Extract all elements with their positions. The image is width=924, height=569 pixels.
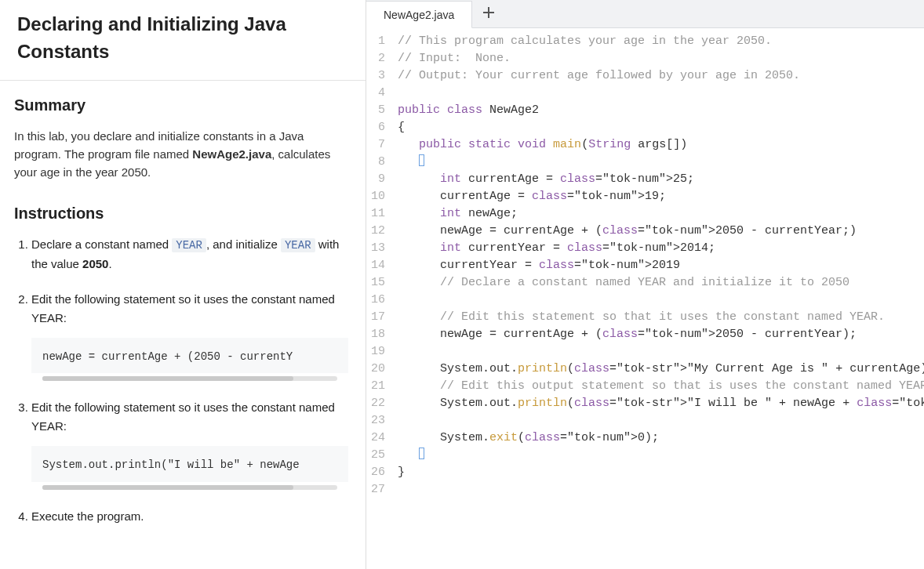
line-number: 11: [366, 205, 387, 223]
instructions-heading: Instructions: [14, 205, 348, 223]
line-number: 14: [366, 257, 387, 274]
code-line[interactable]: // Output: Your current age followed by …: [398, 67, 924, 85]
code-line[interactable]: [398, 85, 924, 102]
code-line[interactable]: [398, 412, 924, 429]
code-line[interactable]: newAge = currentAge + (class="tok-num">2…: [398, 223, 924, 240]
code-editor[interactable]: 1234567891011121314151617181920212223242…: [366, 28, 924, 569]
line-number: 6: [366, 119, 387, 136]
code-line[interactable]: [398, 292, 924, 309]
code-line[interactable]: int currentAge = class="tok-num">25;: [398, 171, 924, 188]
code-line[interactable]: newAge = currentAge + (class="tok-num">2…: [398, 326, 924, 343]
line-number: 27: [366, 481, 387, 498]
step2-text: Edit the following statement so it uses …: [31, 292, 335, 324]
step3-text: Edit the following statement so it uses …: [31, 400, 335, 432]
line-number: 9: [366, 171, 387, 188]
step1-text-d: .: [108, 257, 111, 270]
code-line[interactable]: [398, 343, 924, 361]
code-line[interactable]: // Input: None.: [398, 50, 924, 67]
line-number: 3: [366, 67, 387, 85]
line-number: 26: [366, 464, 387, 481]
code-line[interactable]: currentYear = class="tok-num">2019: [398, 257, 924, 274]
line-number: 7: [366, 136, 387, 154]
code-line[interactable]: public static void main(String args[]): [398, 136, 924, 154]
code-line[interactable]: [398, 447, 924, 464]
editor-panel: NewAge2.java 123456789101112131415161718…: [366, 0, 924, 569]
code-line[interactable]: // Declare a constant named YEAR and ini…: [398, 274, 924, 292]
line-number: 25: [366, 447, 387, 464]
line-number: 17: [366, 309, 387, 326]
code-line[interactable]: currentAge = class="tok-num">19;: [398, 188, 924, 205]
line-number: 8: [366, 154, 387, 171]
code-line[interactable]: int currentYear = class="tok-num">2014;: [398, 240, 924, 257]
step1-text-b: , and initialize: [206, 237, 281, 251]
summary-filename: NewAge2.java: [192, 147, 271, 161]
scrollbar-horizontal[interactable]: [42, 485, 337, 490]
line-number: 24: [366, 429, 387, 447]
code-line[interactable]: // This program calculates your age in t…: [398, 33, 924, 50]
page-title: Declaring and Initializing Java Constant…: [0, 0, 366, 81]
step1-text-a: Declare a constant named: [31, 237, 172, 251]
line-number: 23: [366, 412, 387, 429]
summary-paragraph: In this lab, you declare and initialize …: [14, 127, 348, 182]
line-number: 15: [366, 274, 387, 292]
line-number: 2: [366, 50, 387, 67]
code-line[interactable]: }: [398, 464, 924, 481]
line-number: 1: [366, 33, 387, 50]
plus-icon: [483, 7, 494, 20]
line-number: 18: [366, 326, 387, 343]
instructions-list: Declare a constant named YEAR, and initi…: [14, 235, 348, 525]
line-number: 22: [366, 395, 387, 412]
editor-tab-label: NewAge2.java: [384, 9, 454, 21]
code-line[interactable]: System.out.println(class="tok-str">"My C…: [398, 361, 924, 378]
code-line[interactable]: {: [398, 119, 924, 136]
line-number: 21: [366, 378, 387, 395]
editor-tab-active[interactable]: NewAge2.java: [366, 1, 472, 28]
line-number: 5: [366, 102, 387, 119]
line-number-gutter: 1234567891011121314151617181920212223242…: [366, 28, 393, 569]
code-line[interactable]: int newAge;: [398, 205, 924, 223]
step3-codeblock: System.out.println("I will be" + newAge: [31, 446, 348, 482]
code-line[interactable]: [398, 154, 924, 171]
code-line[interactable]: System.exit(class="tok-num">0);: [398, 429, 924, 447]
line-number: 4: [366, 85, 387, 102]
new-tab-button[interactable]: [472, 0, 505, 27]
line-number: 20: [366, 361, 387, 378]
line-number: 19: [366, 343, 387, 361]
line-number: 13: [366, 240, 387, 257]
line-number: 16: [366, 292, 387, 309]
step1-value: 2050: [82, 257, 108, 270]
step2-codeblock: newAge = currentAge + (2050 - currentY: [31, 338, 348, 374]
instruction-step-1: Declare a constant named YEAR, and initi…: [31, 235, 348, 273]
code-line[interactable]: public class NewAge2: [398, 102, 924, 119]
instruction-step-4: Execute the program.: [31, 507, 348, 525]
step1-keyword-year-1: YEAR: [172, 238, 206, 252]
instruction-step-3: Edit the following statement so it uses …: [31, 398, 348, 489]
summary-heading: Summary: [14, 96, 348, 114]
line-number: 10: [366, 188, 387, 205]
instructions-panel: Declaring and Initializing Java Constant…: [0, 0, 366, 569]
instruction-step-2: Edit the following statement so it uses …: [31, 290, 348, 381]
code-line[interactable]: // Edit this output statement so that is…: [398, 378, 924, 395]
scrollbar-horizontal[interactable]: [42, 376, 337, 381]
editor-tabbar: NewAge2.java: [366, 0, 924, 28]
line-number: 12: [366, 223, 387, 240]
code-area[interactable]: // This program calculates your age in t…: [393, 28, 924, 569]
code-line[interactable]: System.out.println(class="tok-str">"I wi…: [398, 395, 924, 412]
step1-keyword-year-2: YEAR: [281, 238, 315, 252]
code-line[interactable]: [398, 481, 924, 498]
code-line[interactable]: // Edit this statement so that it uses t…: [398, 309, 924, 326]
